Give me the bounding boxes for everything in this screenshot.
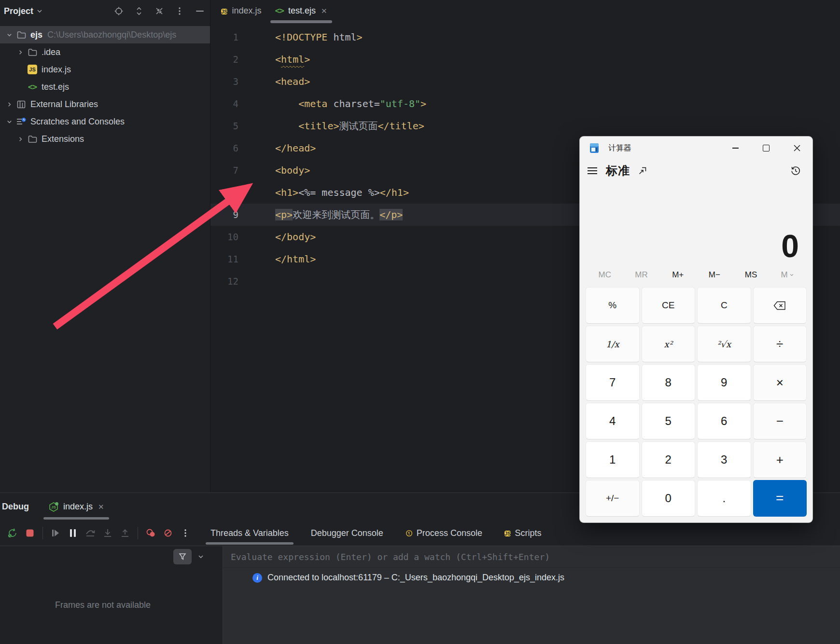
calc-key-item[interactable]: + <box>753 441 807 478</box>
line-number: 9 <box>210 209 238 220</box>
console-tab-threads-variables[interactable]: Threads & Variables <box>210 521 289 546</box>
chevron-down-icon[interactable] <box>197 553 204 560</box>
console-tab-label: Debugger Console <box>311 528 383 538</box>
chevron-down-icon[interactable] <box>4 119 15 125</box>
chevron-right-icon[interactable] <box>15 136 26 142</box>
calc-key-item[interactable]: % <box>586 287 640 324</box>
close-icon[interactable]: ✕ <box>321 7 327 15</box>
tree-item-scratches-and-consoles[interactable]: Scratches and Consoles <box>0 113 210 130</box>
memory-button-m[interactable]: M <box>769 270 806 280</box>
calc-key-item[interactable]: . <box>697 480 751 517</box>
folder-icon <box>15 31 28 39</box>
calc-key-8[interactable]: 8 <box>642 364 696 401</box>
calc-key-item[interactable]: × <box>753 364 807 401</box>
calc-key-3[interactable]: 3 <box>697 441 751 478</box>
view-breakpoints-button[interactable] <box>144 527 157 539</box>
calc-key-item[interactable]: = <box>753 480 807 517</box>
calc-key-item[interactable]: +/− <box>586 480 640 517</box>
pause-button[interactable] <box>67 527 79 539</box>
keep-on-top-icon[interactable] <box>638 166 647 176</box>
code-line-3[interactable]: 3<head> <box>210 70 840 93</box>
code-line-4[interactable]: 4 <meta charset="utf-8"> <box>210 93 840 115</box>
scratches-icon <box>15 117 28 126</box>
more-options-icon[interactable] <box>174 6 185 16</box>
calc-key-9[interactable]: 9 <box>697 364 751 401</box>
minimize-button[interactable] <box>720 137 751 160</box>
calc-key-0[interactable]: 0 <box>642 480 696 517</box>
editor-tab-index-js[interactable]: JSindex.js <box>214 0 268 22</box>
step-into-button[interactable] <box>101 527 114 539</box>
line-number: 5 <box>210 121 238 131</box>
line-number: 10 <box>210 232 238 242</box>
tree-item-test-ejs[interactable]: <>test.ejs <box>0 78 210 96</box>
hamburger-menu-icon[interactable] <box>588 167 597 175</box>
evaluate-expression-input[interactable]: Evaluate expression (Enter) or add a wat… <box>223 546 840 568</box>
line-number: 2 <box>210 54 238 65</box>
calc-key-5[interactable]: 5 <box>642 403 696 439</box>
step-over-button[interactable] <box>84 527 97 539</box>
stop-button[interactable] <box>24 527 36 539</box>
calc-key-1[interactable]: 1 <box>586 441 640 478</box>
calc-key-6[interactable]: 6 <box>697 403 751 439</box>
console-tab-debugger-console[interactable]: Debugger Console <box>311 521 383 546</box>
code-line-2[interactable]: 2<html> <box>210 48 840 70</box>
close-icon[interactable]: ✕ <box>98 503 104 511</box>
expand-all-icon[interactable] <box>134 6 144 16</box>
memory-button-mr[interactable]: MR <box>623 270 660 280</box>
mute-breakpoints-button[interactable] <box>162 527 174 539</box>
chevron-right-icon[interactable] <box>4 101 15 108</box>
more-options-icon[interactable] <box>179 527 192 539</box>
js-icon: JS <box>504 528 511 538</box>
calc-key-c[interactable]: C <box>697 287 751 324</box>
rerun-button[interactable] <box>6 527 19 539</box>
hide-panel-icon[interactable] <box>195 6 205 16</box>
history-icon[interactable] <box>790 165 801 176</box>
project-panel-title[interactable]: Project <box>4 6 33 16</box>
calculator-titlebar[interactable]: 计算器 <box>580 137 812 160</box>
maximize-button[interactable] <box>751 137 782 160</box>
calc-key-4[interactable]: 4 <box>586 403 640 439</box>
tree-item-label: Extensions <box>42 134 84 144</box>
resume-button[interactable] <box>49 527 62 539</box>
calc-key-x[interactable]: ²√x <box>697 326 751 362</box>
calc-key-item[interactable]: − <box>753 403 807 439</box>
tree-item-ejs[interactable]: ejsC:\Users\baozhongqi\Desktop\ejs <box>0 26 210 43</box>
editor-tab-label: test.ejs <box>288 6 316 16</box>
chevron-down-icon[interactable] <box>4 32 15 38</box>
tree-item-idea[interactable]: .idea <box>0 43 210 61</box>
filter-frames-button[interactable] <box>173 549 192 564</box>
collapse-all-icon[interactable] <box>154 6 165 16</box>
calc-key-2[interactable]: 2 <box>642 441 696 478</box>
close-button[interactable] <box>782 137 812 160</box>
memory-button-ms[interactable]: MS <box>733 270 770 280</box>
calc-key-1-x[interactable]: 1/x <box>586 326 640 362</box>
calc-key-ce[interactable]: CE <box>642 287 696 324</box>
step-out-button[interactable] <box>119 527 131 539</box>
code-text: <title>测试页面</title> <box>275 120 424 133</box>
editor-tab-test-ejs[interactable]: <>test.ejs✕ <box>268 0 334 22</box>
calculator-keypad: %CEC1/xx²²√x÷789×456−123++/−0.= <box>580 285 812 522</box>
calc-key-7[interactable]: 7 <box>586 364 640 401</box>
tree-item-extensions[interactable]: Extensions <box>0 130 210 148</box>
tree-item-external-libraries[interactable]: External Libraries <box>0 96 210 113</box>
locate-file-icon[interactable] <box>113 6 124 16</box>
calc-key-x[interactable]: x² <box>642 326 696 362</box>
backspace-key[interactable] <box>753 287 807 324</box>
memory-button-m[interactable]: M− <box>696 270 733 280</box>
tree-item-index-js[interactable]: JSindex.js <box>0 61 210 78</box>
calc-key-item[interactable]: ÷ <box>753 326 807 362</box>
line-number: 4 <box>210 98 238 109</box>
debug-session-tab[interactable]: JS index.js ✕ <box>42 493 110 521</box>
memory-button-m[interactable]: M+ <box>659 270 696 280</box>
code-line-5[interactable]: 5 <title>测试页面</title> <box>210 115 840 137</box>
chevron-right-icon[interactable] <box>15 49 26 55</box>
calculator-mode-label[interactable]: 标准 <box>606 163 630 178</box>
memory-button-mc[interactable]: MC <box>587 270 623 280</box>
code-line-1[interactable]: 1<!DOCTYPE html> <box>210 26 840 48</box>
calculator-nav: 标准 <box>580 160 812 182</box>
code-text: </body> <box>275 231 316 243</box>
console-tab-process-console[interactable]: Process Console <box>406 521 482 546</box>
debug-panel-title[interactable]: Debug <box>2 502 29 512</box>
console-tab-scripts[interactable]: JSScripts <box>504 521 541 546</box>
chevron-down-icon[interactable] <box>36 8 43 14</box>
